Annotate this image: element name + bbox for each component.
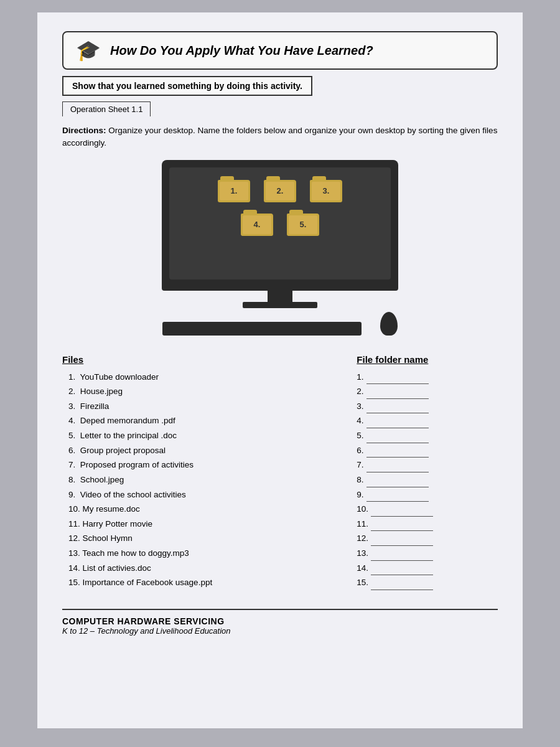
list-item: 14. List of activies.doc bbox=[62, 561, 344, 576]
footer-subtitle: K to 12 – Technology and Livelihood Educ… bbox=[62, 626, 498, 636]
footer-text: COMPUTER HARDWARE SERVICING K to 12 – Te… bbox=[62, 616, 498, 636]
folder-2[interactable]: 2. bbox=[264, 176, 296, 202]
page: 🎓 How Do You Apply What You Have Learned… bbox=[37, 12, 523, 728]
folder-number-4: 4. bbox=[254, 220, 261, 229]
computer-illustration: 1. 2. bbox=[149, 160, 411, 336]
list-item: 7. Proposed program of activities bbox=[62, 458, 344, 472]
list-item: 2. House.jpeg bbox=[62, 384, 344, 399]
folder-answer-1[interactable]: 1. bbox=[357, 370, 498, 385]
list-item: 15. Importance of Facebook usage.ppt bbox=[62, 575, 344, 590]
show-that-box: Show that you learned something by doing… bbox=[62, 76, 312, 96]
footer-title: COMPUTER HARDWARE SERVICING bbox=[62, 616, 498, 626]
content-section: Files 1. YouTube downloader 2. House.jpe… bbox=[62, 354, 498, 590]
directions-label: Directions: bbox=[62, 126, 106, 135]
folder-answer-4[interactable]: 4. bbox=[357, 413, 498, 428]
folder-name-column: File folder name 1. 2. 3. 4. 5. 6. 7. 8.… bbox=[357, 354, 498, 590]
folder-answer-12[interactable]: 12. bbox=[357, 531, 498, 546]
folder-answer-9[interactable]: 9. bbox=[357, 487, 498, 502]
list-item: 1. YouTube downloader bbox=[62, 370, 344, 385]
folder-number-2: 2. bbox=[277, 186, 284, 195]
folder-answer-3[interactable]: 3. bbox=[357, 399, 498, 414]
folder-4[interactable]: 4. bbox=[241, 210, 273, 236]
operation-sheet-tab: Operation Sheet 1.1 bbox=[62, 101, 151, 116]
header-icon: 🎓 bbox=[76, 39, 101, 62]
directions-body: Organize your desktop. Name the folders … bbox=[62, 126, 497, 148]
folder-number-5: 5. bbox=[300, 220, 307, 229]
list-item: 8. School.jpeg bbox=[62, 472, 344, 487]
list-item: 12. School Hymn bbox=[62, 531, 344, 546]
directions-text: Directions: Organize your desktop. Name … bbox=[62, 125, 498, 150]
list-item: 5. Letter to the principal .doc bbox=[62, 428, 344, 443]
mouse bbox=[380, 312, 398, 336]
folder-number-1: 1. bbox=[231, 186, 238, 195]
folder-answer-7[interactable]: 7. bbox=[357, 458, 498, 472]
footer-divider bbox=[62, 609, 498, 610]
list-item: 11. Harry Potter movie bbox=[62, 517, 344, 532]
subtitle-text: Show that you learned something by doing… bbox=[72, 81, 302, 91]
header-title: How Do You Apply What You Have Learned? bbox=[110, 44, 373, 58]
list-item: 13. Teach me how to doggy.mp3 bbox=[62, 546, 344, 561]
list-item: 3. Firezilla bbox=[62, 399, 344, 414]
folder-row-2: 4. 5. bbox=[175, 210, 385, 236]
folder-answer-15[interactable]: 15. bbox=[357, 575, 498, 590]
folder-answer-13[interactable]: 13. bbox=[357, 546, 498, 561]
folder-answer-6[interactable]: 6. bbox=[357, 443, 498, 458]
list-item: 10. My resume.doc bbox=[62, 502, 344, 517]
files-column-header: Files bbox=[62, 354, 344, 365]
keyboard bbox=[162, 322, 362, 336]
monitor: 1. 2. bbox=[162, 160, 398, 291]
list-item: 6. Group project proposal bbox=[62, 443, 344, 458]
folder-numbers-list: 1. 2. 3. 4. 5. 6. 7. 8. 9. 10. 11. 12. 1… bbox=[357, 370, 498, 590]
monitor-stand-base bbox=[243, 302, 317, 308]
operation-sheet-label: Operation Sheet 1.1 bbox=[70, 105, 142, 114]
list-item: 4. Deped memorandum .pdf bbox=[62, 413, 344, 428]
folder-5[interactable]: 5. bbox=[287, 210, 319, 236]
folder-answer-8[interactable]: 8. bbox=[357, 472, 498, 487]
folder-answer-2[interactable]: 2. bbox=[357, 384, 498, 399]
list-item: 9. Video of the school activities bbox=[62, 487, 344, 502]
files-list: 1. YouTube downloader 2. House.jpeg 3. F… bbox=[62, 370, 344, 590]
screen: 1. 2. bbox=[169, 167, 391, 280]
folder-row-1: 1. 2. bbox=[175, 176, 385, 202]
folder-name-header: File folder name bbox=[357, 354, 498, 365]
folder-1[interactable]: 1. bbox=[218, 176, 250, 202]
folder-answer-14[interactable]: 14. bbox=[357, 561, 498, 576]
computer-wrapper: 1. 2. bbox=[149, 160, 411, 336]
header-box: 🎓 How Do You Apply What You Have Learned… bbox=[62, 31, 498, 70]
files-column: Files 1. YouTube downloader 2. House.jpe… bbox=[62, 354, 344, 590]
monitor-stand-neck bbox=[268, 291, 292, 302]
folder-answer-10[interactable]: 10. bbox=[357, 502, 498, 517]
folder-answer-5[interactable]: 5. bbox=[357, 428, 498, 443]
folder-3[interactable]: 3. bbox=[310, 176, 342, 202]
folder-answer-11[interactable]: 11. bbox=[357, 517, 498, 532]
folder-number-3: 3. bbox=[323, 186, 330, 195]
